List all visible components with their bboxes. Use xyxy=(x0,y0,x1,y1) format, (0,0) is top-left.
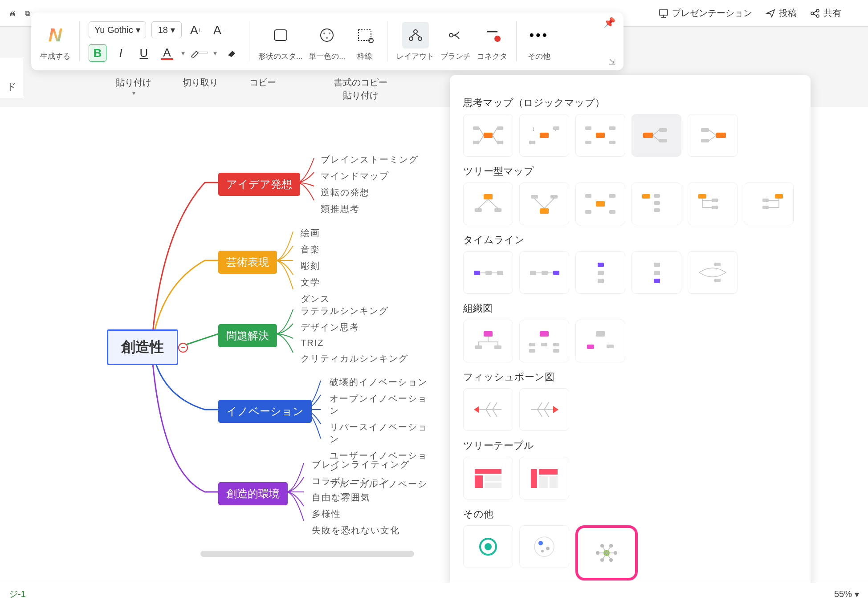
svg-rect-47 xyxy=(540,208,549,214)
underline-button[interactable]: U xyxy=(135,44,153,62)
cut-button[interactable]: 切り取り xyxy=(183,77,218,102)
shape-style-group[interactable]: 形状のスタ... xyxy=(258,22,302,61)
more-group[interactable]: ••• その他 xyxy=(526,22,552,61)
svg-line-7 xyxy=(813,14,816,16)
root-node[interactable]: 創造性 xyxy=(107,329,178,365)
layout-tree-3[interactable] xyxy=(575,183,625,225)
layout-timeline-5[interactable] xyxy=(688,251,738,294)
pin-icon[interactable]: 📌 xyxy=(603,17,615,28)
layout-tree-1[interactable] xyxy=(463,183,513,225)
paste-button[interactable]: 貼り付け ▾ xyxy=(116,77,151,102)
svg-rect-99 xyxy=(531,469,537,488)
layout-tree-6[interactable] xyxy=(744,183,794,225)
collapse-toggle[interactable]: − xyxy=(178,343,188,353)
chevron-down-icon[interactable]: ▾ xyxy=(181,49,185,57)
share-button[interactable]: 共有 xyxy=(810,7,841,19)
collapse-toolbar-icon[interactable]: ⇲ xyxy=(609,57,615,67)
copy-button[interactable]: コピー xyxy=(249,77,276,102)
leaf[interactable]: 彫刻 xyxy=(301,260,330,272)
layout-org-2[interactable] xyxy=(519,320,569,362)
format-copy-label: 書式のコピー xyxy=(334,77,387,89)
branch-node[interactable]: 問題解決 xyxy=(218,324,277,347)
svg-rect-91 xyxy=(553,349,559,353)
post-button[interactable]: 投稿 xyxy=(766,7,797,19)
leaf[interactable]: デザイン思考 xyxy=(301,321,408,333)
layout-timeline-1[interactable] xyxy=(463,251,513,294)
layout-mindmap-1[interactable] xyxy=(463,114,513,157)
ellipsis-icon: ••• xyxy=(530,28,549,43)
layout-org-3[interactable] xyxy=(575,320,625,362)
leaf[interactable]: 文学 xyxy=(301,276,330,288)
single-color-group[interactable]: 単一色の... xyxy=(309,22,345,61)
svg-rect-89 xyxy=(553,343,559,346)
leaf[interactable]: ブレインストーミング xyxy=(321,154,419,166)
layout-other-2[interactable] xyxy=(519,525,569,568)
layout-timeline-2[interactable] xyxy=(519,251,569,294)
branch-label: ブランチ xyxy=(440,51,471,61)
leaf[interactable]: 自由な雰囲気 xyxy=(312,491,410,503)
layout-timeline-3[interactable] xyxy=(575,251,625,294)
font-color-button[interactable]: A xyxy=(158,44,176,62)
chevron-down-icon[interactable]: ▾ xyxy=(213,49,217,57)
leaf[interactable]: 多様性 xyxy=(312,508,410,520)
leaf[interactable]: コラボレーション xyxy=(312,475,410,487)
leaf[interactable]: マインドマップ xyxy=(321,170,419,182)
connector-group[interactable]: コネクタ xyxy=(477,22,507,61)
svg-rect-41 xyxy=(716,133,726,138)
page-indicator[interactable]: ジ-1 xyxy=(9,588,26,600)
leaf[interactable]: リバースイノベーション xyxy=(330,421,428,445)
zoom-control[interactable]: 55% ▾ xyxy=(834,589,859,600)
leaf[interactable]: ラテラルシンキング xyxy=(301,305,408,317)
layout-mindmap-5[interactable] xyxy=(688,114,738,157)
increase-font-button[interactable]: A+ xyxy=(187,21,205,39)
leaf[interactable]: TRIZ xyxy=(301,338,408,348)
horizontal-scrollbar[interactable] xyxy=(200,551,414,557)
leaf[interactable]: 絵画 xyxy=(301,227,330,239)
layout-mindmap-4-selected[interactable] xyxy=(632,114,681,157)
clear-format-button[interactable] xyxy=(222,44,240,62)
leaf[interactable]: 逆転の発想 xyxy=(321,187,419,199)
format-copy-button[interactable]: 書式のコピー 貼り付け xyxy=(334,77,387,102)
branch-node[interactable]: イノベーション xyxy=(218,400,312,423)
leaf[interactable]: 類推思考 xyxy=(321,203,419,215)
layout-tree-4[interactable] xyxy=(632,183,681,225)
decrease-font-button[interactable]: A− xyxy=(210,21,228,39)
layout-timeline-4[interactable] xyxy=(632,251,681,294)
leaf[interactable]: ブレインライティング xyxy=(312,459,410,471)
leaf[interactable]: 失敗を恐れない文化 xyxy=(312,524,410,536)
layout-org-1[interactable] xyxy=(463,320,513,362)
layout-mindmap-3[interactable] xyxy=(575,114,625,157)
layout-other-3-highlighted[interactable] xyxy=(575,525,638,581)
app-logo[interactable]: N xyxy=(42,22,69,49)
layout-tree-5[interactable] xyxy=(688,183,738,225)
layout-other-1[interactable] xyxy=(463,525,513,568)
bold-button[interactable]: B xyxy=(89,44,106,62)
layout-group[interactable]: レイアウト xyxy=(396,22,434,61)
leaf[interactable]: ダンス xyxy=(301,293,330,305)
italic-button[interactable]: I xyxy=(112,44,130,62)
send-icon xyxy=(766,8,775,18)
layout-treetable-1[interactable] xyxy=(463,457,513,499)
presentation-button[interactable]: プレゼンテーション xyxy=(659,7,752,19)
highlight-button[interactable] xyxy=(190,44,208,62)
branch-node[interactable]: 芸術表現 xyxy=(218,251,277,274)
leaf[interactable]: 音楽 xyxy=(301,244,330,256)
leaf[interactable]: クリティカルシンキング xyxy=(301,353,408,365)
layout-mindmap-2[interactable]: ↓↑ xyxy=(519,114,569,157)
section-org-title: 組織図 xyxy=(463,302,797,315)
font-size-select[interactable]: 18 ▾ xyxy=(151,21,182,38)
branch-node[interactable]: アイデア発想 xyxy=(218,173,300,196)
layout-fishbone-2[interactable] xyxy=(519,388,569,431)
layout-treetable-2[interactable] xyxy=(519,457,569,499)
svg-point-12 xyxy=(326,37,328,39)
open-external-icon[interactable]: ⧉ xyxy=(25,9,30,17)
font-family-select[interactable]: Yu Gothic ▾ xyxy=(89,21,146,38)
print-icon[interactable]: 🖨 xyxy=(9,9,16,17)
layout-fishbone-1[interactable] xyxy=(463,388,513,431)
leaf[interactable]: オープンイノベーション xyxy=(330,393,428,417)
branch-group[interactable]: ブランチ xyxy=(440,22,471,61)
leaf[interactable]: 破壊的イノベーション xyxy=(330,376,428,388)
border-group[interactable]: 枠線 xyxy=(351,22,378,61)
branch-node[interactable]: 創造的環境 xyxy=(218,482,288,505)
layout-tree-2[interactable] xyxy=(519,183,569,225)
